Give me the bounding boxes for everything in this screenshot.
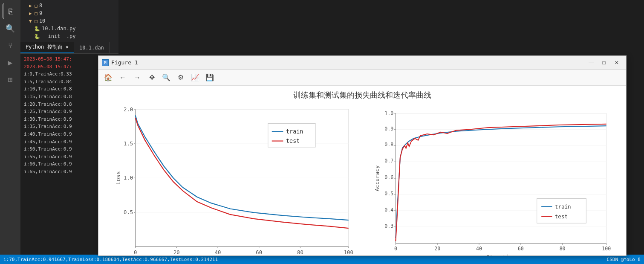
- svg-text:Loss: Loss: [115, 171, 121, 185]
- svg-text:40: 40: [476, 246, 482, 252]
- svg-text:20: 20: [434, 246, 440, 252]
- svg-text:80: 80: [560, 246, 566, 252]
- svg-text:100: 100: [602, 246, 611, 252]
- status-text-left: i:70,TrainAcc:0.941667,TrainLoss:0.18060…: [3, 257, 218, 262]
- svg-text:Accuracy: Accuracy: [374, 165, 380, 191]
- svg-text:0.8: 0.8: [384, 142, 393, 148]
- figure-titlebar: M Figure 1 — □ ✕: [98, 56, 626, 70]
- folder-10-label: 10: [39, 18, 45, 24]
- home-button[interactable]: 🏠: [102, 72, 115, 84]
- svg-text:1.0: 1.0: [384, 110, 393, 116]
- svg-text:0.4: 0.4: [384, 207, 393, 213]
- svg-text:1.0: 1.0: [124, 175, 133, 181]
- figure-title-left: M Figure 1: [102, 59, 138, 66]
- figure-toolbar: 🏠 ← → ✥ 🔍 ⚙ 📈 💾: [98, 70, 626, 86]
- explorer-icon[interactable]: ⎘: [3, 3, 18, 19]
- svg-text:1.5: 1.5: [124, 141, 133, 147]
- svg-text:100: 100: [344, 249, 353, 255]
- svg-text:0.5: 0.5: [384, 191, 393, 197]
- close-button[interactable]: ✕: [611, 58, 623, 67]
- figure-app-icon: M: [102, 59, 109, 66]
- folder-8-label: 8: [39, 3, 42, 9]
- extensions-icon[interactable]: ⊞: [3, 72, 18, 87]
- tab-10-1-dan[interactable]: 10.1.dan: [74, 42, 110, 53]
- console-tabs: Python 控制台 ✕ 10.1.dan: [20, 42, 118, 54]
- search-icon[interactable]: 🔍: [3, 20, 18, 36]
- minimize-button[interactable]: —: [585, 58, 597, 67]
- folder-9-icon: ▶ □: [29, 11, 38, 16]
- file-init-label: __init__.py: [42, 33, 75, 39]
- svg-text:60: 60: [518, 246, 524, 252]
- loss-legend-train: train: [286, 128, 303, 135]
- folder-8-icon: ▶ □: [29, 3, 38, 9]
- accuracy-chart-svg: 1.0 0.9 0.8 0.7 0.6 0.5: [367, 104, 618, 255]
- svg-text:80: 80: [297, 249, 303, 255]
- status-bar: i:70,TrainAcc:0.941667,TrainLoss:0.18060…: [0, 255, 644, 264]
- save-button[interactable]: 💾: [203, 72, 216, 84]
- back-button[interactable]: ←: [116, 72, 129, 84]
- file-10-1-dan[interactable]: 🐍 10.1.dan.py: [20, 25, 118, 32]
- maximize-button[interactable]: □: [598, 58, 610, 67]
- svg-text:0.5: 0.5: [124, 209, 133, 215]
- loss-chart-svg: 2.0 1.5 1.0 0.5 0 20 40 60: [107, 104, 358, 255]
- zoom-rect-button[interactable]: 📈: [189, 72, 202, 84]
- status-text-right: CSDN @YoLo-8: [607, 257, 641, 262]
- figure-content: 训练集和测试集的损失曲线和迭代率曲线 2.0 1.5: [98, 86, 626, 255]
- folder-10[interactable]: ▼ □ 10: [20, 17, 118, 25]
- folder-9-label: 9: [39, 10, 42, 16]
- file-init[interactable]: 🐍 __init__.py: [20, 32, 118, 40]
- folder-8[interactable]: ▶ □ 8: [20, 2, 118, 9]
- python-init-icon: 🐍: [34, 34, 40, 39]
- acc-legend-test: test: [555, 213, 568, 220]
- loss-legend-test: test: [286, 138, 300, 144]
- svg-text:Iteration: Iteration: [486, 254, 515, 255]
- icon-sidebar: ⎘ 🔍 ⑂ ▶ ⊞ ⚙: [0, 0, 20, 264]
- svg-text:0.9: 0.9: [384, 126, 393, 132]
- figure-controls: — □ ✕: [585, 58, 623, 67]
- source-control-icon[interactable]: ⑂: [3, 38, 18, 53]
- python-file-icon: 🐍: [34, 26, 40, 32]
- folder-10-icon: ▼ □: [29, 18, 38, 24]
- svg-text:40: 40: [215, 249, 221, 255]
- file-tree: ▶ □ 8 ▶ □ 9 ▼ □ 10 🐍 10.1.dan.py 🐍 __ini…: [20, 0, 118, 42]
- acc-legend-train: train: [555, 203, 571, 210]
- run-icon[interactable]: ▶: [3, 55, 18, 70]
- file-10-1-dan-label: 10.1.dan.py: [42, 26, 75, 32]
- zoom-button[interactable]: 🔍: [160, 72, 173, 84]
- tab-python-console[interactable]: Python 控制台 ✕: [20, 42, 74, 53]
- svg-text:0: 0: [134, 249, 137, 255]
- charts-row: 2.0 1.5 1.0 0.5 0 20 40 60: [107, 104, 618, 255]
- forward-button[interactable]: →: [131, 72, 144, 84]
- figure-title-text: Figure 1: [111, 59, 138, 66]
- svg-text:20: 20: [173, 249, 180, 255]
- svg-text:0.3: 0.3: [384, 223, 393, 229]
- chart-main-title: 训练集和测试集的损失曲线和迭代率曲线: [293, 90, 431, 100]
- svg-text:0: 0: [394, 246, 397, 252]
- accuracy-chart: 1.0 0.9 0.8 0.7 0.6 0.5: [367, 104, 618, 255]
- svg-text:0.7: 0.7: [384, 158, 393, 164]
- svg-text:60: 60: [256, 249, 262, 255]
- svg-text:0.6: 0.6: [384, 174, 393, 180]
- figure-window: M Figure 1 — □ ✕ 🏠 ← → ✥ 🔍 ⚙ 📈 💾 训练集和测试集…: [98, 55, 627, 256]
- pan-button[interactable]: ✥: [145, 72, 158, 84]
- svg-text:2.0: 2.0: [124, 107, 133, 113]
- configure-button[interactable]: ⚙: [174, 72, 187, 84]
- loss-chart: 2.0 1.5 1.0 0.5 0 20 40 60: [107, 104, 358, 255]
- folder-9[interactable]: ▶ □ 9: [20, 9, 118, 17]
